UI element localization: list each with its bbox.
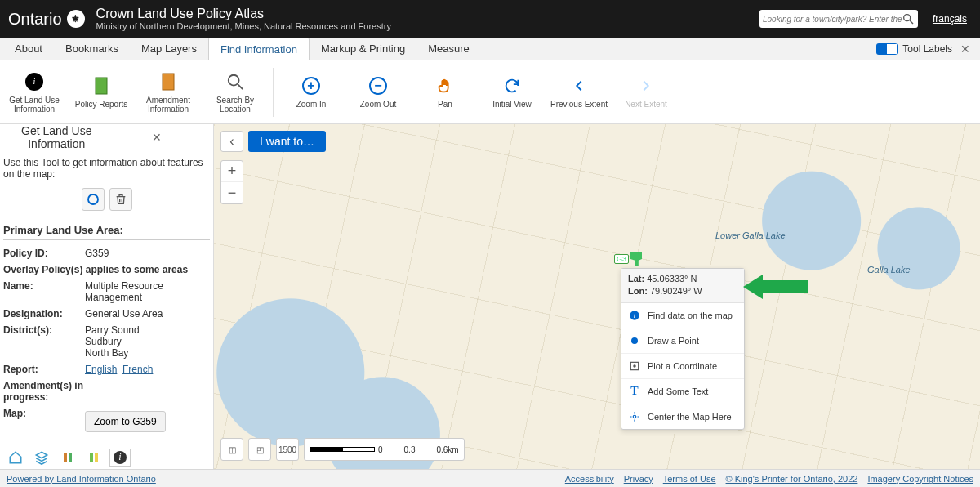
arrow-left-icon (568, 75, 590, 96)
svg-line-1 (910, 20, 913, 24)
context-draw-a-point[interactable]: Draw a Point (621, 328, 744, 354)
tool-labels-text: Tool Labels (902, 43, 952, 55)
map-tool-button-2[interactable]: 1500 (276, 438, 299, 461)
app-header: Ontario ⚜ Crown Land Use Policy Atlas Mi… (0, 0, 980, 38)
info-panel-button[interactable]: i (109, 449, 131, 467)
org-logo: Ontario ⚜ (8, 10, 85, 29)
collapse-sidebar-button[interactable]: ‹ (220, 131, 243, 152)
basemap-panel-button[interactable] (83, 449, 105, 467)
ribbon-zoom-out[interactable]: −Zoom Out (349, 75, 408, 109)
footer-link[interactable]: Privacy (624, 474, 653, 484)
sidebar-title: Get Land Use Information (7, 124, 107, 150)
app-title: Crown Land Use Policy Atlas (96, 7, 391, 21)
tab-about[interactable]: About (3, 38, 54, 60)
search-input[interactable] (763, 15, 902, 24)
context-plot-a-coordinate[interactable]: Plot a Coordinate (621, 354, 744, 379)
footer-link[interactable]: Imagery Copyright Notices (867, 474, 973, 484)
tab-bookmarks[interactable]: Bookmarks (54, 38, 130, 60)
close-ribbon-button[interactable]: ✕ (957, 42, 973, 56)
svg-rect-10 (95, 453, 98, 462)
info-sidebar: Get Land Use Information ✕ Use this Tool… (0, 124, 214, 469)
row-name: Name: Multiple Resource Management (3, 278, 210, 306)
svg-text:i: i (634, 312, 635, 319)
row-report: Report: English French (3, 361, 210, 378)
tab-measure[interactable]: Measure (416, 38, 481, 60)
close-sidebar-button[interactable]: ✕ (107, 131, 207, 144)
ribbon-initial-view[interactable]: Initial View (483, 75, 541, 109)
zoom-out-button[interactable]: − (221, 182, 243, 203)
svg-rect-7 (64, 453, 67, 462)
row-overlay-note: Overlay Policy(s) applies to some areas (3, 261, 210, 278)
minus-blue-icon: − (368, 75, 389, 96)
map-viewport[interactable]: Lower Galla LakeGalla Lake ‹ I want to… … (214, 124, 980, 469)
tab-map-layers[interactable]: Map Layers (130, 38, 208, 60)
plus-blue-icon: + (301, 75, 322, 96)
tab-markup-printing[interactable]: Markup & Printing (310, 38, 416, 60)
context-center-the-map-here[interactable]: Center the Map Here (621, 404, 744, 429)
row-policy-id: Policy ID: G359 (3, 245, 210, 261)
report-link-english[interactable]: English (85, 364, 117, 375)
powered-by-link[interactable]: Powered by Land Information Ontario (7, 474, 156, 484)
refresh-icon (501, 75, 523, 96)
zoom-control: + − (220, 160, 243, 204)
target-icon (628, 360, 641, 373)
footer-link[interactable]: © King's Printer for Ontario, 2022 (726, 474, 858, 484)
zoom-in-button[interactable]: + (221, 161, 243, 182)
doc-green-icon (91, 75, 112, 96)
search-icon (902, 12, 915, 25)
text-icon: T (628, 385, 641, 398)
home-panel-button[interactable] (5, 449, 26, 467)
footer-link[interactable]: Accessibility (565, 474, 614, 484)
result-marker[interactable]: G3 (614, 252, 642, 266)
sidebar-footer: i (0, 445, 213, 469)
layers-panel-button[interactable] (31, 449, 52, 467)
zoom-to-policy-button[interactable]: Zoom to G359 (85, 411, 166, 432)
ribbon-search-by-location[interactable]: Search By Location (206, 71, 265, 114)
i-want-to-button[interactable]: I want to… (248, 131, 326, 152)
global-search[interactable] (760, 10, 918, 28)
sidebar-description: Use this Tool to get information about f… (3, 157, 210, 180)
ribbon-amendment-information[interactable]: Amendment Information (139, 71, 198, 114)
svg-rect-2 (96, 78, 107, 94)
ribbon-next-extent: Next Extent (617, 75, 675, 109)
ribbon-zoom-in[interactable]: +Zoom In (282, 75, 341, 109)
svg-point-0 (904, 15, 911, 21)
ribbon-previous-extent[interactable]: Previous Extent (550, 75, 608, 109)
report-link-french[interactable]: French (122, 364, 153, 375)
tool-labels-toggle[interactable] (876, 43, 898, 55)
svg-line-5 (238, 84, 243, 89)
context-find-data-on-the-map[interactable]: iFind data on the map (621, 303, 744, 328)
map-bottom-left-tools: ◫◰150000.30.6km (220, 438, 465, 461)
scale-bar: 00.30.6km (304, 438, 465, 461)
footer-link[interactable]: Terms of Use (663, 474, 716, 484)
row-designation: Designation: General Use Area (3, 306, 210, 322)
language-link[interactable]: français (933, 13, 967, 25)
tab-find-information[interactable]: Find Information (208, 38, 310, 60)
ribbon-get-land-use-information[interactable]: iGet Land Use Information (5, 71, 64, 114)
sidebar-title-bar: Get Land Use Information ✕ (0, 124, 213, 150)
center-icon (628, 410, 641, 423)
lake-label: Lower Galla Lake (715, 230, 786, 240)
doc-orange-icon (158, 71, 179, 92)
map-tool-button-1[interactable]: ◰ (248, 438, 271, 461)
info-icon: i (628, 309, 641, 322)
identify-tool-button[interactable] (82, 188, 105, 211)
svg-rect-9 (90, 453, 93, 462)
ribbon-toolbar: iGet Land Use InformationPolicy ReportsA… (0, 60, 980, 124)
svg-rect-8 (69, 453, 72, 462)
ribbon-policy-reports[interactable]: Policy Reports (72, 75, 131, 109)
arrow-right-icon (635, 75, 657, 96)
ontario-trillium-icon: ⚜ (67, 10, 85, 28)
clear-results-button[interactable] (109, 188, 132, 211)
svg-point-16 (633, 415, 636, 418)
legend-panel-button[interactable] (57, 449, 78, 467)
map-tool-button-0[interactable]: ◫ (220, 438, 243, 461)
context-add-some-text[interactable]: TAdd Some Text (621, 379, 744, 404)
svg-point-4 (229, 74, 239, 85)
map-context-menu: Lat: 45.06333° N Lon: 79.90249° W iFind … (621, 268, 745, 430)
svg-rect-3 (163, 74, 174, 90)
basemap: Lower Galla LakeGalla Lake (214, 124, 980, 469)
app-subtitle: Ministry of Northern Development, Mines,… (96, 21, 391, 31)
row-districts: District(s): Parry SoundSudburyNorth Bay (3, 322, 210, 361)
ribbon-pan[interactable]: Pan (416, 75, 474, 109)
